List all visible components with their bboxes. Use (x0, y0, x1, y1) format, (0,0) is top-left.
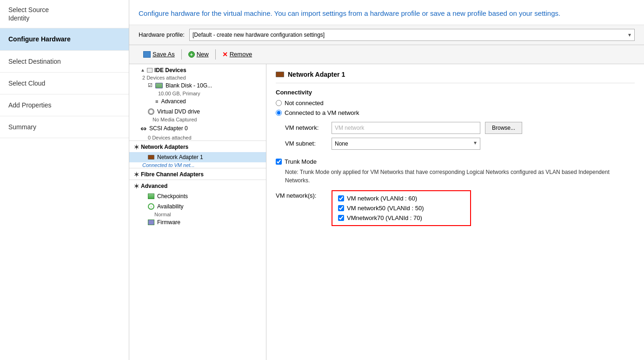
dvd-item[interactable]: Virtual DVD drive (129, 107, 266, 117)
blank-disk-item[interactable]: ☑ Blank Disk - 10G... (129, 80, 266, 91)
fibre-section-label: Fibre Channel Adapters (141, 171, 204, 178)
new-button[interactable]: + New (184, 49, 213, 60)
ide-section-header[interactable]: ▲ IDE Devices (129, 64, 266, 75)
radio-not-connected[interactable] (276, 100, 282, 106)
checkpoints-item[interactable]: Checkpoints (129, 191, 266, 201)
browse-button[interactable]: Browse... (485, 122, 522, 134)
avail-icon: ↑ (148, 203, 154, 210)
trunk-mode-checkbox[interactable] (276, 159, 282, 165)
vm-networks-row: VM network(s): VM network (VLANId : 60) … (276, 190, 635, 226)
sidebar-item-label-configure: Configure Hardware (8, 35, 71, 43)
vm-network-item-2[interactable]: VMnetwork70 (VLANId : 70) (338, 214, 465, 221)
save-as-button[interactable]: Save As (139, 49, 179, 60)
vm-subnet-label: VM subnet: (285, 140, 327, 147)
checkpoints-icon (148, 193, 154, 199)
network-section-header[interactable]: ✶ Network Adapters (129, 140, 266, 152)
radio-not-connected-row[interactable]: Not connected (276, 100, 635, 107)
ide-collapse-arrow: ▲ (140, 67, 145, 73)
radio-connected-vm[interactable] (276, 110, 282, 116)
scsi-icon: ⇔ (140, 124, 146, 133)
remove-icon: ✕ (222, 51, 228, 58)
panels: ▲ IDE Devices 2 Devices attached ☑ Blank… (129, 64, 644, 360)
vm-network-label-2: VMnetwork70 (VLANId : 70) (347, 214, 422, 221)
sidebar-item-label-cloud: Select Cloud (8, 80, 45, 87)
firmware-icon (148, 220, 154, 225)
remove-label: Remove (230, 51, 252, 58)
vm-network-input[interactable] (332, 122, 480, 134)
description-text: Configure hardware for the virtual machi… (139, 9, 560, 17)
blank-disk-sub: 10.00 GB, Primary (129, 91, 266, 96)
disk-checkbox-icon: ☑ (148, 82, 153, 88)
avail-sub: Normal (129, 212, 266, 217)
description-area: Configure hardware for the virtual machi… (129, 0, 644, 25)
new-label: New (197, 51, 209, 58)
new-icon: + (188, 51, 195, 58)
availability-item[interactable]: ↑ Availability (129, 201, 266, 212)
sidebar-item-label-source: Select Source (8, 6, 120, 14)
sidebar-item-sublabel-identity: Identity (8, 14, 120, 22)
radio-not-connected-label: Not connected (285, 100, 324, 107)
detail-title: Network Adapter 1 (276, 71, 635, 83)
firmware-label: Firmware (157, 219, 180, 226)
sidebar-item-summary[interactable]: Summary (0, 116, 129, 138)
toolbar: Save As + New ✕ Remove (129, 45, 644, 64)
advanced-section-header[interactable]: ✶ Advanced (129, 180, 266, 191)
trunk-mode-label: Trunk Mode (285, 158, 317, 165)
trunk-mode-row[interactable]: Trunk Mode (276, 158, 635, 165)
nic1-icon (148, 155, 154, 160)
dvd-icon (148, 108, 154, 115)
dvd-sub: No Media Captured (129, 117, 266, 122)
dvd-label: Virtual DVD drive (157, 108, 200, 115)
sidebar-item-label-destination: Select Destination (8, 58, 61, 65)
advanced-list-icon: ≡ (155, 99, 158, 104)
vm-subnet-select[interactable]: None (332, 138, 480, 150)
checkpoints-label: Checkpoints (157, 193, 188, 200)
sidebar-item-configure-hardware[interactable]: Configure Hardware (0, 28, 129, 50)
hw-profile-select[interactable]: [Default - create new hardware configura… (189, 29, 635, 41)
remove-button[interactable]: ✕ Remove (218, 49, 257, 60)
detail-title-text: Network Adapter 1 (288, 71, 345, 78)
nic1-item[interactable]: Network Adapter 1 (129, 152, 266, 162)
fibre-star-icon: ✶ (134, 171, 139, 178)
advanced-section-label: Advanced (141, 183, 167, 189)
sidebar-item-add-properties[interactable]: Add Properties (0, 94, 129, 116)
radio-connected-vm-row[interactable]: Connected to a VM network (276, 109, 635, 116)
vm-network-item-1[interactable]: VM network50 (VLANId : 50) (338, 205, 465, 212)
nic1-label: Network Adapter 1 (157, 154, 203, 160)
scsi-label: SCSI Adapter 0 (149, 125, 188, 132)
toolbar-separator-1 (181, 49, 182, 60)
disk-advanced-item[interactable]: ≡ Advanced (129, 96, 266, 107)
vm-network-checkbox-0[interactable] (338, 195, 344, 201)
advanced-star-icon: ✶ (134, 183, 139, 190)
sidebar-item-select-destination[interactable]: Select Destination (0, 51, 129, 73)
firmware-item[interactable]: Firmware (129, 217, 266, 227)
vm-network-checkbox-2[interactable] (338, 215, 344, 221)
network-section-label: Network Adapters (141, 144, 188, 150)
blank-disk-label: Blank Disk - 10G... (166, 82, 212, 89)
sidebar-item-select-cloud[interactable]: Select Cloud (0, 73, 129, 94)
vm-network-checkbox-1[interactable] (338, 205, 344, 211)
ide-label: IDE Devices (154, 67, 186, 73)
detail-nic-icon (276, 72, 284, 77)
subnet-wrapper: None (332, 138, 480, 150)
radio-connected-vm-label: Connected to a VM network (285, 109, 359, 116)
sidebar-item-label-summary: Summary (8, 123, 36, 131)
vm-network-item-0[interactable]: VM network (VLANId : 60) (338, 195, 465, 202)
vm-networks-label: VM network(s): (276, 190, 327, 199)
sidebar-item-select-source[interactable]: Select Source Identity (0, 0, 129, 28)
connectivity-radio-group: Not connected Connected to a VM network (276, 100, 635, 116)
sidebar-item-label-properties: Add Properties (8, 101, 52, 109)
fibre-section-header[interactable]: ✶ Fibre Channel Adapters (129, 168, 266, 180)
main-panel: Configure hardware for the virtual machi… (129, 0, 644, 360)
hw-profile-label: Hardware profile: (139, 31, 185, 38)
vm-network-row: VM network: Browse... (285, 122, 635, 134)
device-tree: ▲ IDE Devices 2 Devices attached ☑ Blank… (129, 64, 266, 360)
detail-panel: Network Adapter 1 Connectivity Not conne… (266, 64, 644, 360)
scsi-sub: 0 Devices attached (129, 135, 266, 140)
vm-subnet-row: VM subnet: None (285, 138, 635, 150)
scsi-item[interactable]: ⇔ SCSI Adapter 0 (129, 122, 266, 135)
network-star-icon: ✶ (134, 144, 139, 151)
disk-advanced-label: Advanced (161, 98, 186, 105)
trunk-note: Note: Trunk Mode only applied for VM Net… (285, 168, 635, 185)
browse-label: Browse... (492, 125, 515, 131)
